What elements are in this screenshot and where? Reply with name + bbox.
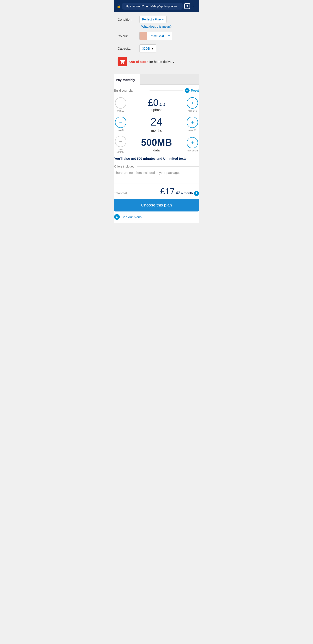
build-plan-title: Build your plan — [114, 89, 147, 92]
upfront-min-label: min £0 — [117, 110, 124, 112]
months-max-side: + max 36 — [186, 116, 199, 132]
capacity-label: Capacity: — [118, 46, 139, 50]
upfront-value: £0.00 — [127, 98, 186, 108]
plan-section: Build your plan ↺ Reset − min £0 £0.00 u… — [114, 85, 199, 183]
months-value-display: 24 months — [127, 116, 186, 132]
data-value-display: 500MB data — [127, 137, 186, 152]
what-does-this-mean-link[interactable]: What does this mean? — [118, 25, 195, 28]
upfront-row: − min £0 £0.00 upfront + max £40 — [114, 97, 199, 112]
months-value: 24 — [127, 116, 186, 128]
upfront-symbol: £ — [148, 97, 153, 108]
see-plans-text[interactable]: See our plans — [121, 215, 142, 219]
upfront-increase-btn[interactable]: + — [187, 97, 198, 108]
upfront-main: 0 — [153, 97, 158, 108]
months-decrease-btn[interactable]: − — [115, 116, 126, 128]
colour-label: Colour: — [118, 34, 139, 38]
total-cost-decimal: .42 — [175, 191, 180, 195]
total-cost-main: £17.42 — [160, 186, 180, 196]
reset-label: Reset — [191, 89, 199, 92]
see-plans-row[interactable]: ▶ See our plans — [114, 212, 199, 220]
upfront-label: upfront — [127, 108, 186, 112]
data-decrease-btn[interactable]: − — [115, 136, 126, 147]
url-bar[interactable]: https://www.o2.co.uk/shop/apple/iphone-s… — [122, 3, 183, 10]
condition-value-text: Perfectly Fine — [142, 18, 161, 21]
out-of-stock-text: Out of stock for home delivery — [129, 60, 174, 64]
months-min-side: − min 3 — [114, 116, 127, 132]
condition-select[interactable]: Perfectly Fine ▾ — [139, 16, 167, 23]
out-of-stock-row: Out of stock for home delivery — [118, 57, 195, 66]
colour-swatch — [140, 32, 147, 40]
out-of-stock-red: Out of stock — [129, 60, 148, 64]
reset-icon: ↺ — [185, 88, 190, 93]
data-min-side: − min500MB — [114, 136, 127, 153]
browser-bar: 🔒 https://www.o2.co.uk/shop/apple/iphone… — [114, 0, 199, 12]
months-min-label: min 3 — [118, 129, 124, 132]
upfront-decrease-btn[interactable]: − — [115, 97, 126, 108]
condition-label: Condition: — [118, 18, 139, 21]
upfront-decimal: .00 — [158, 102, 165, 107]
upfront-value-display: £0.00 upfront — [127, 98, 186, 112]
months-row: − min 3 24 months + max 36 — [114, 116, 199, 132]
total-cost-row: Total cost £17.42 a month i — [114, 186, 199, 196]
capacity-row: Capacity: 32GB ▾ — [118, 44, 195, 52]
total-cost-per-month: a month — [181, 191, 193, 195]
cart-svg — [120, 59, 125, 64]
choose-plan-button[interactable]: Choose this plan — [114, 199, 199, 212]
capacity-select[interactable]: 32GB ▾ — [139, 44, 156, 52]
upfront-max-label: max £40 — [188, 110, 197, 112]
page-content: Condition: Perfectly Fine ▾ What does th… — [114, 12, 199, 74]
months-increase-btn[interactable]: + — [187, 116, 198, 128]
data-max-side: + max 25GB — [186, 137, 199, 152]
plan-info-text: You'll also get 500 minutes and Unlimite… — [114, 157, 199, 160]
header-divider — [150, 90, 183, 91]
colour-select[interactable]: Rose Gold ▾ — [139, 32, 172, 40]
out-of-stock-suffix: for home delivery — [148, 60, 174, 64]
colour-dropdown-arrow[interactable]: ▾ — [166, 32, 172, 40]
total-cost-label: Total cost — [114, 192, 127, 195]
data-max-label: max 25GB — [187, 149, 198, 152]
reset-button[interactable]: ↺ Reset — [185, 88, 199, 93]
data-min-label: min500MB — [117, 148, 125, 153]
see-plans-icon: ▶ — [114, 214, 120, 220]
menu-icon[interactable]: ⋮ — [192, 4, 196, 9]
data-row: − min500MB 500MB data + max 25GB — [114, 136, 199, 153]
lock-icon: 🔒 — [117, 4, 120, 8]
months-label: months — [127, 128, 186, 132]
months-max-label: max 36 — [188, 129, 196, 132]
total-cost-info-icon[interactable]: i — [194, 191, 199, 196]
capacity-dropdown-arrow[interactable]: ▾ — [152, 46, 153, 50]
offers-header: Offers included — [114, 165, 199, 168]
colour-value-text: Rose Gold — [147, 32, 166, 40]
total-cost-symbol: £ — [160, 186, 165, 196]
no-offers-text: There are no offers included in your pac… — [114, 171, 199, 174]
data-increase-btn[interactable]: + — [187, 137, 198, 148]
url-text: https://www.o2.co.uk/shop/apple/iphone-s… — [125, 4, 183, 8]
pay-monthly-tab[interactable]: Pay Monthly — [114, 74, 140, 85]
plan-section-header: Build your plan ↺ Reset — [114, 88, 199, 93]
upfront-min-side: − min £0 — [114, 97, 127, 112]
total-cost-value: £17.42 a month i — [160, 186, 199, 196]
data-label: data — [127, 148, 186, 152]
colour-row: Colour: Rose Gold ▾ — [118, 32, 195, 40]
condition-dropdown-arrow[interactable]: ▾ — [162, 18, 164, 21]
data-value: 500MB — [127, 137, 186, 148]
total-cost-bar: Total cost £17.42 a month i Choose this … — [114, 183, 199, 223]
condition-row: Condition: Perfectly Fine ▾ — [118, 16, 195, 23]
upfront-max-side: + max £40 — [186, 97, 199, 112]
tab-container: Pay Monthly — [114, 74, 199, 85]
offers-title: Offers included — [114, 165, 135, 168]
total-cost-number: 17 — [165, 186, 175, 196]
offers-divider — [137, 166, 199, 167]
cart-icon — [118, 57, 127, 66]
tab-count[interactable]: 3 — [184, 3, 190, 9]
capacity-value-text: 32GB — [142, 47, 150, 50]
